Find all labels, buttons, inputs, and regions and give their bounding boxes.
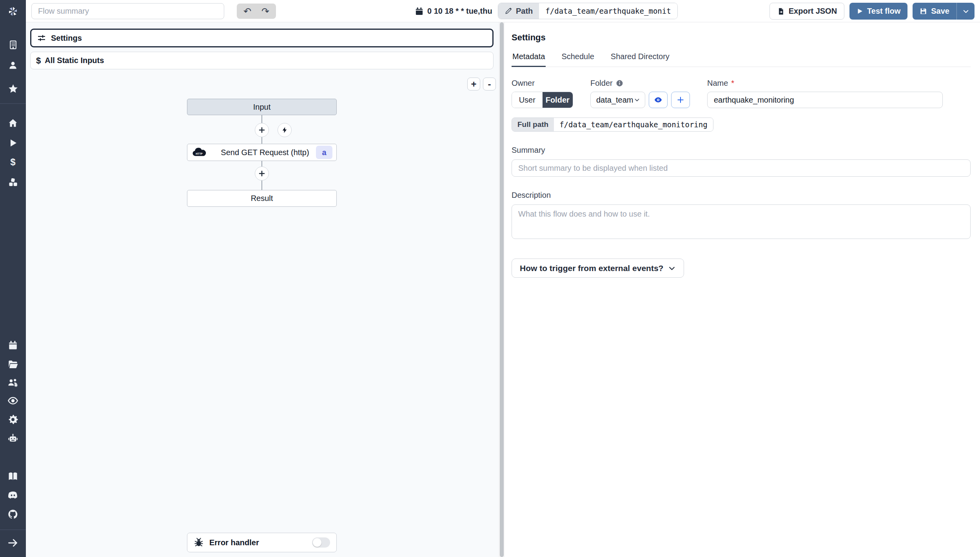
save-options-button[interactable] xyxy=(956,3,975,20)
redo-button[interactable]: ↷ xyxy=(257,5,274,17)
folder-controls: data_team xyxy=(590,92,690,108)
add-folder-button[interactable] xyxy=(671,92,690,108)
owner-segmented-control: User Folder xyxy=(512,92,573,108)
owner-option-folder[interactable]: Folder xyxy=(543,92,573,108)
edge-plus-to-result xyxy=(261,181,262,190)
chevron-down-icon xyxy=(962,8,969,15)
tab-metadata[interactable]: Metadata xyxy=(512,52,546,67)
zoom-out-button[interactable]: - xyxy=(483,78,496,90)
users-gear-icon xyxy=(7,377,18,388)
sidebar-item-home[interactable] xyxy=(0,115,26,131)
cubes-icon xyxy=(8,177,18,188)
svg-text:HTTP: HTTP xyxy=(196,152,203,155)
zoom-in-button[interactable]: + xyxy=(467,78,480,90)
sidebar-item-folders[interactable] xyxy=(0,356,26,372)
export-json-button[interactable]: Export JSON xyxy=(769,3,844,20)
trigger-info-button[interactable]: How to trigger from external events? xyxy=(512,259,684,278)
windmill-logo-icon[interactable] xyxy=(0,0,26,22)
book-icon xyxy=(7,471,18,482)
summary-label: Summary xyxy=(512,146,971,155)
add-step-button-2[interactable] xyxy=(255,166,269,181)
settings-panel: Settings Metadata Schedule Shared Direct… xyxy=(505,22,980,557)
robot-icon xyxy=(7,433,18,444)
info-icon[interactable] xyxy=(616,80,623,87)
sidebar-item-workspace[interactable] xyxy=(0,37,26,52)
flow-editor-app: $ xyxy=(0,0,980,557)
edge-plus-to-http xyxy=(261,137,262,144)
calendar-icon xyxy=(8,340,18,350)
sidebar-item-ai[interactable] xyxy=(0,430,26,446)
undo-redo-group: ↶ ↷ xyxy=(237,4,276,19)
owner-label: Owner xyxy=(512,79,573,88)
tab-shared-directory[interactable]: Shared Directory xyxy=(610,52,670,67)
path-chip: Path xyxy=(498,3,539,19)
sidebar-item-runs[interactable] xyxy=(0,135,26,151)
add-trigger-button[interactable] xyxy=(278,123,292,137)
sidebar-item-resources[interactable] xyxy=(0,174,26,190)
tab-schedule[interactable]: Schedule xyxy=(561,52,595,67)
github-icon xyxy=(7,509,18,520)
toggle-knob xyxy=(313,538,321,547)
name-input[interactable] xyxy=(707,92,943,108)
scrollbar-thumb[interactable] xyxy=(500,22,504,557)
input-node[interactable]: Input xyxy=(187,99,337,115)
save-icon xyxy=(920,7,927,15)
http-step-id-badge: a xyxy=(316,146,332,159)
folder-open-icon xyxy=(8,359,18,369)
settings-panel-title: Settings xyxy=(512,33,971,43)
flow-settings-label: Settings xyxy=(51,34,82,43)
metadata-top-row: Owner User Folder Folder data_team xyxy=(512,79,971,108)
flow-summary-input[interactable] xyxy=(31,3,224,19)
svg-text:$: $ xyxy=(10,157,15,167)
sidebar-item-favorites[interactable] xyxy=(0,81,26,96)
save-button[interactable]: Save xyxy=(913,3,956,20)
sidebar-item-docs[interactable] xyxy=(0,469,26,485)
owner-option-user[interactable]: User xyxy=(512,92,543,108)
path-label: Path xyxy=(516,7,533,16)
summary-input[interactable] xyxy=(512,159,971,177)
user-icon xyxy=(8,60,18,71)
home-icon xyxy=(8,118,18,128)
sidebar-expand-button[interactable] xyxy=(0,535,26,551)
folder-label-text: Folder xyxy=(590,79,613,88)
flow-settings-node[interactable]: Settings xyxy=(30,29,494,47)
path-editor[interactable]: Path f/data_team/earthquake_monit xyxy=(498,3,678,19)
input-node-label: Input xyxy=(253,103,270,112)
chevron-down-icon xyxy=(668,264,676,272)
error-handler-toggle[interactable] xyxy=(312,537,330,548)
sidebar-item-settings[interactable] xyxy=(0,412,26,427)
topbar-actions: Export JSON Test flow Save xyxy=(769,3,975,20)
add-step-button-1[interactable] xyxy=(255,123,269,137)
test-flow-label: Test flow xyxy=(867,7,900,16)
plus-icon xyxy=(677,96,684,104)
trigger-info-label: How to trigger from external events? xyxy=(520,264,663,273)
result-node[interactable]: Result xyxy=(187,190,337,207)
error-handler-node[interactable]: Error handler xyxy=(187,533,337,552)
result-node-label: Result xyxy=(251,194,273,203)
http-cloud-icon: HTTP xyxy=(191,147,214,158)
calendar-icon xyxy=(415,7,424,16)
all-static-inputs-node[interactable]: $ All Static Inputs xyxy=(30,52,494,69)
owner-column: Owner User Folder xyxy=(512,79,573,108)
eye-icon xyxy=(654,96,662,104)
sidebar-item-variables[interactable]: $ xyxy=(0,154,26,170)
file-export-icon xyxy=(777,7,785,15)
sidebar-item-groups[interactable] xyxy=(0,375,26,391)
http-step-node[interactable]: HTTP Send GET Request (http) a xyxy=(187,144,337,161)
undo-button[interactable]: ↶ xyxy=(239,5,256,17)
sliders-icon xyxy=(37,33,46,43)
sidebar-item-schedules[interactable] xyxy=(0,337,26,353)
folder-select[interactable]: data_team xyxy=(590,92,645,108)
test-flow-button[interactable]: Test flow xyxy=(849,3,907,20)
sidebar-item-discord[interactable] xyxy=(0,487,26,503)
schedule-chip[interactable]: 0 10 18 * * tue,thu xyxy=(415,0,492,22)
sidebar-item-audit-logs[interactable] xyxy=(0,393,26,409)
error-handler-label: Error handler xyxy=(209,538,307,547)
path-value: f/data_team/earthquake_monit xyxy=(539,3,677,19)
arrow-right-icon xyxy=(7,537,18,548)
bug-icon xyxy=(194,537,204,548)
sidebar-item-user[interactable] xyxy=(0,58,26,73)
sidebar-item-github[interactable] xyxy=(0,506,26,522)
description-textarea[interactable] xyxy=(512,204,971,239)
view-folder-button[interactable] xyxy=(649,92,668,108)
